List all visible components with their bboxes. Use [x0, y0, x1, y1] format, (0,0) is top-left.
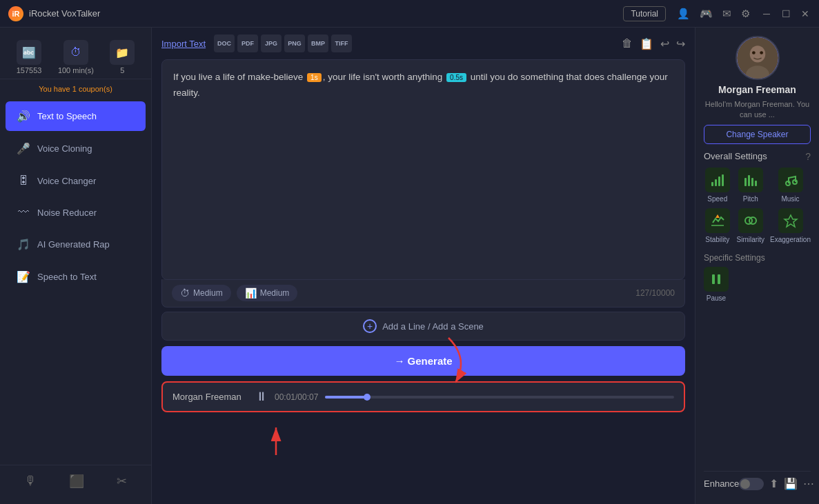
generate-button[interactable]: → Generate: [161, 346, 685, 376]
action-icons: ⬆ 💾 ⋯: [769, 477, 814, 490]
setting-exaggeration[interactable]: Exaggeration: [770, 208, 811, 243]
svg-point-1: [749, 46, 765, 62]
sidebar-item-text-to-speech[interactable]: 🔊 Text to Speech: [6, 101, 146, 131]
user-icon[interactable]: 👤: [677, 8, 690, 20]
download-icon[interactable]: ⬛: [69, 474, 84, 489]
time-display: 00:01/00:07: [275, 392, 318, 402]
sidebar-label-ai-rap: AI Generated Rap: [37, 239, 110, 250]
sidebar-item-speech-to-text[interactable]: 📝 Speech to Text: [6, 262, 146, 292]
setting-stability[interactable]: Stability: [704, 208, 731, 243]
sidebar-label-voice-cloning: Voice Cloning: [37, 143, 92, 154]
stability-svg: [710, 213, 725, 228]
svg-rect-8: [722, 174, 724, 186]
import-text-link[interactable]: Import Text: [161, 39, 206, 49]
format-bmp-button[interactable]: BMP: [308, 34, 328, 52]
audio-player: Morgan Freeman ⏸ 00:01/00:07: [161, 381, 685, 412]
format-icons: DOC PDF JPG PNG BMP TIFF: [214, 34, 352, 52]
speaker-avatar: [736, 36, 780, 80]
sidebar-item-noise-reducer[interactable]: 〰 Noise Reducer: [6, 198, 146, 227]
pitch-badge-label: Medium: [260, 288, 290, 298]
setting-pause[interactable]: Pause: [704, 267, 729, 302]
setting-speed[interactable]: Speed: [704, 168, 731, 203]
scissors-icon[interactable]: ✂: [117, 474, 127, 489]
undo-icon[interactable]: ↩: [660, 37, 669, 50]
pause-svg: [709, 272, 724, 287]
svg-point-4: [760, 51, 763, 54]
overall-settings-title: Overall Settings ?: [704, 151, 811, 162]
format-jpg-button[interactable]: JPG: [261, 34, 282, 52]
redo-icon[interactable]: ↪: [676, 37, 685, 50]
add-line-button[interactable]: + Add a Line / Add a Scene: [161, 312, 685, 341]
speed-icon: [705, 168, 730, 192]
sidebar-item-ai-generated-rap[interactable]: 🎵 AI Generated Rap: [6, 230, 146, 259]
voice-changer-icon: 🎛: [17, 174, 30, 187]
sidebar-bottom: 🎙 ⬛ ✂: [0, 465, 151, 497]
speed-badge-icon: ⏱: [180, 288, 190, 299]
settings-icon[interactable]: ⚙: [741, 8, 750, 20]
stat-chars: 🔤 157553: [17, 40, 42, 74]
progress-track[interactable]: [325, 396, 674, 399]
microphone-icon[interactable]: 🎙: [24, 474, 37, 489]
more-icon[interactable]: ⋯: [803, 477, 814, 490]
editor-footer: ⏱ Medium 📊 Medium 127/10000: [161, 279, 685, 308]
avatar-image: [737, 36, 778, 80]
music-svg: [783, 172, 798, 188]
pause-icon: [704, 267, 729, 292]
badge-1s: 1s: [307, 73, 322, 82]
sidebar-label-speech-to-text: Speech to Text: [37, 272, 97, 282]
minimize-button[interactable]: ─: [761, 8, 772, 19]
title-bar-right: Tutorial 👤 🎮 ✉ ⚙ ─ ☐ ✕: [623, 6, 811, 21]
speed-svg: [710, 172, 725, 188]
main-content: Import Text DOC PDF JPG PNG BMP TIFF 🗑 📋…: [152, 28, 695, 504]
mail-icon[interactable]: ✉: [722, 8, 731, 20]
title-bar: iR iRocket VoxTalker Tutorial 👤 🎮 ✉ ⚙ ─ …: [0, 0, 819, 28]
setting-music[interactable]: Music: [770, 168, 811, 203]
window-controls: ─ ☐ ✕: [761, 8, 811, 19]
text-to-speech-icon: 🔊: [17, 110, 30, 123]
exaggeration-svg: [783, 213, 798, 228]
text-editor[interactable]: If you live a life of make-believe 1s, y…: [161, 59, 685, 280]
close-button[interactable]: ✕: [800, 8, 811, 19]
specific-settings: Specific Settings Pause: [704, 253, 811, 302]
progress-fill: [325, 396, 367, 399]
setting-pitch[interactable]: Pitch: [737, 168, 765, 203]
generate-label: → Generate: [394, 355, 452, 367]
delete-icon[interactable]: 🗑: [622, 37, 633, 50]
setting-similarity[interactable]: Similarity: [737, 208, 765, 243]
right-panel: Morgan Freeman HelloI'm Morgan Freeman. …: [695, 28, 819, 504]
maximize-button[interactable]: ☐: [780, 8, 791, 19]
sidebar-label-noise-reducer: Noise Reducer: [37, 208, 97, 218]
pitch-badge[interactable]: 📊 Medium: [237, 285, 298, 301]
save-icon[interactable]: 💾: [784, 477, 798, 490]
speed-badge[interactable]: ⏱ Medium: [172, 285, 231, 301]
tutorial-button[interactable]: Tutorial: [623, 6, 666, 21]
toggle-thumb: [740, 479, 750, 489]
speaker-name: Morgan Freeman: [718, 84, 796, 95]
pitch-badge-icon: 📊: [245, 288, 257, 299]
svg-point-3: [752, 51, 756, 54]
sidebar-item-voice-cloning[interactable]: 🎤 Voice Cloning: [6, 134, 146, 163]
game-icon[interactable]: 🎮: [700, 8, 713, 20]
files-value: 5: [120, 66, 124, 74]
share-icon[interactable]: ⬆: [769, 477, 778, 490]
svg-rect-20: [712, 274, 715, 284]
char-count: 127/10000: [635, 288, 675, 298]
overall-settings: Overall Settings ? Speed: [704, 151, 811, 243]
speech-text-icon: 📝: [17, 270, 30, 283]
format-png-button[interactable]: PNG: [284, 34, 305, 52]
enhance-toggle[interactable]: [739, 478, 764, 490]
add-line-label: Add a Line / Add a Scene: [382, 321, 484, 332]
pause-button[interactable]: ⏸: [255, 390, 268, 404]
app-title: iRocket VoxTalker: [29, 8, 100, 19]
copy-icon[interactable]: 📋: [640, 37, 653, 50]
text-content: If you live a life of make-believe 1s, y…: [173, 70, 673, 101]
pitch-svg: [743, 172, 758, 188]
format-pdf-button[interactable]: PDF: [237, 34, 258, 52]
format-tiff-button[interactable]: TIFF: [331, 34, 352, 52]
specific-settings-title: Specific Settings: [704, 253, 811, 263]
svg-rect-9: [744, 178, 747, 186]
format-doc-button[interactable]: DOC: [214, 34, 235, 52]
sidebar-item-voice-changer[interactable]: 🎛 Voice Changer: [6, 166, 146, 195]
help-icon[interactable]: ?: [805, 151, 811, 162]
change-speaker-button[interactable]: Change Speaker: [704, 125, 811, 144]
